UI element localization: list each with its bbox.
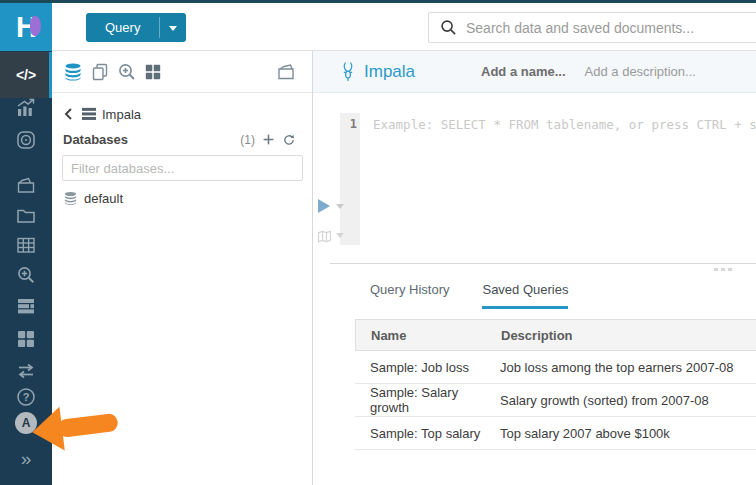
- caret-down-icon: [169, 26, 177, 35]
- filter-databases-input[interactable]: [62, 155, 303, 181]
- svg-text:?: ?: [23, 391, 30, 403]
- search-input[interactable]: [466, 20, 756, 36]
- source-name[interactable]: Impala: [102, 107, 141, 122]
- sidebar-item-warehouses[interactable]: [0, 296, 52, 316]
- chart-icon: [16, 98, 36, 118]
- filter-databases: [62, 155, 302, 181]
- cell-name: Sample: Salary growth: [355, 385, 500, 415]
- sidebar-item-search[interactable]: [0, 265, 52, 285]
- cell-name: Sample: Top salary: [355, 426, 500, 441]
- open-folder-icon[interactable]: [276, 62, 296, 82]
- scheduler-icon: [16, 130, 36, 150]
- editor-main: Impala Add a name... Add a description..…: [313, 51, 756, 485]
- sidebar-item-documents[interactable]: [0, 175, 52, 195]
- results-tabs: Query History Saved Queries: [370, 282, 601, 309]
- sidebar-item-files[interactable]: [0, 205, 52, 225]
- databases-header: Databases (1): [52, 123, 312, 147]
- source-list-icon: [81, 107, 97, 121]
- global-search[interactable]: [428, 12, 756, 43]
- query-description-placeholder[interactable]: Add a description...: [585, 64, 696, 79]
- query-button[interactable]: Query: [86, 13, 186, 42]
- tab-query-history[interactable]: Query History: [370, 282, 449, 309]
- sidebar-item-help[interactable]: ?: [0, 387, 52, 407]
- hue-app-window: H </>: [0, 0, 756, 485]
- grid-icon: [16, 329, 36, 349]
- help-icon: ?: [16, 387, 36, 407]
- engine-title: Impala: [364, 62, 415, 82]
- swap-arrows-icon: [16, 361, 36, 381]
- explain-map-icon[interactable]: [316, 228, 333, 245]
- database-item-default[interactable]: default: [52, 181, 312, 206]
- code-icon: </>: [16, 67, 36, 83]
- search-assist-icon[interactable]: [117, 62, 137, 82]
- databases-label: Databases: [63, 132, 128, 147]
- cell-description: Job loss among the top earners 2007-08: [500, 360, 756, 375]
- top-bar: Query: [52, 3, 756, 51]
- editor-header: Impala Add a name... Add a description..…: [313, 51, 756, 93]
- folder-icon: [16, 205, 36, 225]
- header-name: Name: [356, 328, 501, 343]
- assist-toolbar: [52, 51, 312, 93]
- cell-name: Sample: Job loss: [355, 360, 500, 375]
- sidebar-item-dashboard[interactable]: [0, 98, 52, 118]
- sidebar-item-scheduler[interactable]: [0, 130, 52, 150]
- table-row[interactable]: Sample: Salary growth Salary growth (sor…: [355, 384, 756, 417]
- tab-saved-queries[interactable]: Saved Queries: [482, 282, 568, 309]
- table-row[interactable]: Sample: Job loss Job loss among the top …: [355, 351, 756, 384]
- cell-description: Salary growth (sorted) from 2007-08: [500, 393, 756, 408]
- table-row[interactable]: Sample: Top salary Top salary 2007 above…: [355, 417, 756, 450]
- refresh-icon[interactable]: [282, 133, 296, 147]
- database-name: default: [84, 191, 123, 206]
- execute-options-caret[interactable]: [336, 204, 344, 213]
- query-name-placeholder[interactable]: Add a name...: [481, 64, 566, 79]
- query-button-label: Query: [86, 13, 159, 42]
- sidebar-item-importer[interactable]: [0, 361, 52, 381]
- line-number: 1: [340, 117, 357, 131]
- saved-queries-table: Name Description Sample: Job loss Job lo…: [355, 319, 756, 450]
- table-icon: [16, 235, 36, 255]
- sidebar-item-tables[interactable]: [0, 235, 52, 255]
- add-icon[interactable]: [262, 133, 275, 146]
- sidebar-item-apps[interactable]: [0, 329, 52, 349]
- sidebar-item-editor[interactable]: </>: [0, 52, 52, 98]
- assist-breadcrumb: Impala: [52, 93, 312, 123]
- editor-placeholder[interactable]: Example: SELECT * FROM tablename, or pre…: [373, 117, 756, 132]
- stacked-rows-icon: [16, 296, 36, 316]
- documents-tab-icon[interactable]: [90, 62, 110, 82]
- header-description: Description: [501, 328, 756, 343]
- databases-source-icon[interactable]: [63, 62, 83, 82]
- execute-button[interactable]: [318, 199, 330, 213]
- hue-logo[interactable]: H: [0, 3, 52, 51]
- search-icon: [440, 19, 457, 36]
- editor-gutter: [340, 113, 360, 245]
- database-icon: [63, 191, 78, 206]
- double-chevron-right-icon: »: [21, 449, 32, 469]
- hue-logo-gem: [30, 16, 41, 36]
- cell-description: Top salary 2007 above $100k: [500, 426, 756, 441]
- databases-count: (1): [240, 133, 255, 147]
- apps-assist-icon[interactable]: [144, 63, 162, 81]
- map-options-caret[interactable]: [336, 233, 344, 242]
- snippet-divider: [330, 263, 756, 264]
- back-chevron-icon[interactable]: [63, 107, 75, 121]
- resize-grip[interactable]: [714, 268, 732, 271]
- table-header-row: Name Description: [355, 319, 756, 351]
- impala-icon: [340, 61, 356, 83]
- documents-icon: [16, 175, 36, 195]
- zoom-plus-icon: [16, 265, 36, 285]
- query-dropdown-toggle[interactable]: [160, 13, 186, 42]
